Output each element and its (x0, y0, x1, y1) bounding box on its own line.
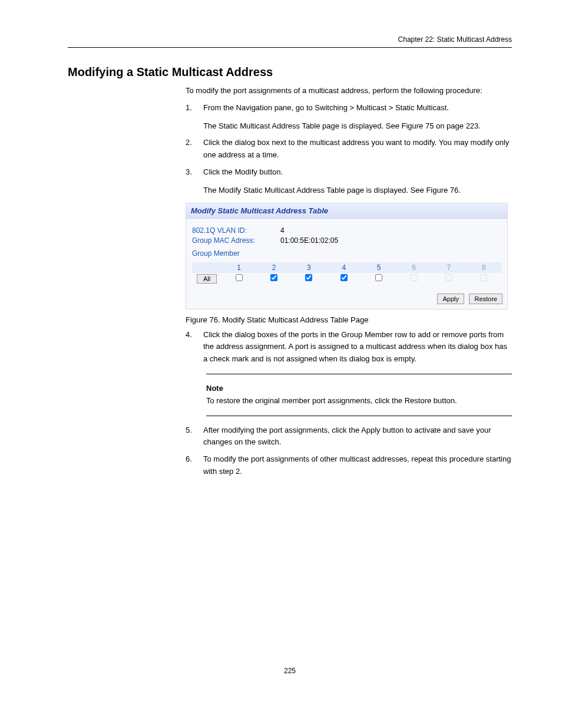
note-block: Note To restore the original member port… (206, 383, 512, 407)
member-row: Group Member (192, 249, 501, 258)
ports-table: 1 2 3 4 5 6 7 8 All (192, 262, 501, 285)
figure-caption: Figure 76. Modify Static Multicast Addre… (186, 315, 512, 324)
vlan-id-value: 4 (280, 226, 285, 235)
note-rule-bottom (206, 416, 512, 416)
step-number: 3. (186, 166, 197, 197)
port-1-checkbox[interactable] (236, 274, 243, 281)
page-number: 225 (68, 667, 512, 675)
port-header-4: 4 (326, 262, 361, 273)
port-5-checkbox[interactable] (375, 274, 382, 281)
mac-row: Group MAC Adress: 01:00:5E:01:02:05 (192, 236, 501, 245)
step-text: Click the dialog box next to the multica… (203, 137, 512, 162)
note-rule-top (206, 374, 512, 374)
port-7-checkbox (445, 274, 452, 281)
step-4: 4. Click the dialog boxes of the ports i… (186, 329, 512, 365)
step-6: 6. To modify the port assignments of oth… (186, 453, 512, 478)
mac-value: 01:00:5E:01:02:05 (280, 236, 338, 245)
step-number: 5. (186, 424, 197, 449)
port-header-1: 1 (222, 262, 256, 273)
port-header-3: 3 (292, 262, 326, 273)
restore-button[interactable]: Restore (469, 294, 503, 304)
vlan-row: 802.1Q VLAN ID: 4 (192, 226, 501, 235)
intro-text: To modify the port assignments of a mult… (186, 85, 512, 97)
port-header-7: 7 (431, 262, 466, 273)
header-rule (68, 47, 512, 48)
note-text: To restore the original member port assi… (206, 396, 457, 405)
vlan-id-label: 802.1Q VLAN ID: (192, 226, 280, 235)
port-8-checkbox (480, 274, 487, 281)
port-header-8: 8 (467, 262, 501, 273)
step-3: 3. Click the Modify button. The Modify S… (186, 166, 512, 197)
step-5: 5. After modifying the port assignments,… (186, 424, 512, 449)
step-number: 1. (186, 102, 197, 133)
step-text: After modifying the port assignments, cl… (203, 424, 512, 449)
page: Chapter 22: Static Multicast Address Mod… (0, 0, 562, 710)
ports-member-row: All (192, 273, 501, 285)
modify-multicast-panel: Modify Static Multicast Address Table 80… (186, 203, 508, 309)
step-number: 6. (186, 453, 197, 478)
step-text: From the Navigation pane, go to Switchin… (203, 102, 481, 114)
running-header: Chapter 22: Static Multicast Address (68, 35, 512, 44)
port-2-checkbox[interactable] (270, 274, 277, 281)
port-3-checkbox[interactable] (305, 274, 312, 281)
port-header-5: 5 (362, 262, 396, 273)
panel-body: 802.1Q VLAN ID: 4 Group MAC Adress: 01:0… (186, 219, 507, 288)
ports-header-blank (192, 262, 222, 273)
step-1: 1. From the Navigation pane, go to Switc… (186, 102, 512, 133)
note-label: Note (206, 384, 223, 393)
section-heading: Modifying a Static Multicast Address (68, 65, 512, 79)
select-all-button[interactable]: All (197, 274, 217, 284)
step-text: Click the Modify button. (203, 166, 461, 179)
step-text: Click the dialog boxes of the ports in t… (203, 329, 512, 365)
port-header-6: 6 (396, 262, 431, 273)
panel-actions: Apply Restore (186, 288, 507, 309)
apply-button[interactable]: Apply (437, 294, 464, 304)
group-member-label: Group Member (192, 249, 280, 258)
step-number: 4. (186, 329, 197, 365)
step-text: The Static Multicast Address Table page … (203, 120, 481, 133)
step-number: 2. (186, 137, 197, 162)
port-4-checkbox[interactable] (340, 274, 348, 281)
port-6-checkbox (411, 274, 418, 281)
step-text: To modify the port assignments of other … (203, 453, 512, 478)
port-header-2: 2 (256, 262, 291, 273)
mac-label: Group MAC Adress: (192, 236, 280, 245)
step-text: The Modify Static Multicast Address Tabl… (203, 185, 461, 197)
step-2: 2. Click the dialog box next to the mult… (186, 137, 512, 162)
panel-title: Modify Static Multicast Address Table (186, 203, 507, 219)
